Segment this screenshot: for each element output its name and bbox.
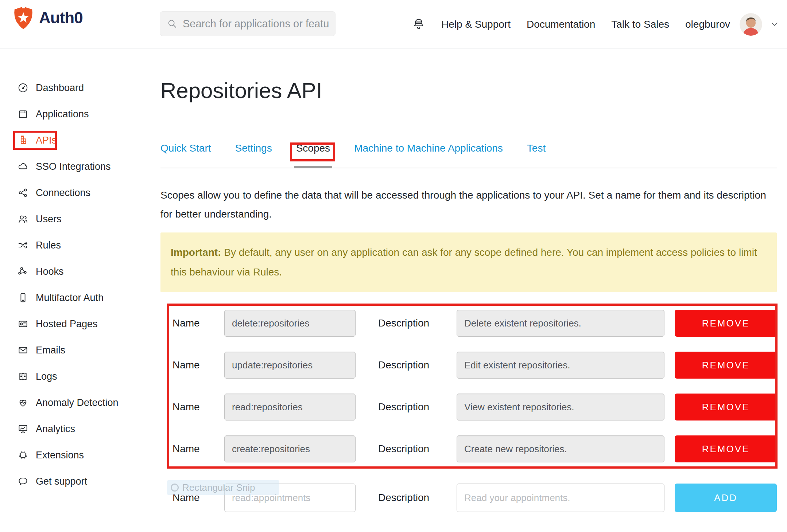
tab-bar: Quick Start Settings Scopes Machine to M… bbox=[160, 142, 777, 168]
new-scope-row: Name Description ADD bbox=[160, 484, 777, 512]
sidebar-item-logs[interactable]: Logs bbox=[0, 363, 160, 390]
notification-bell-icon[interactable] bbox=[412, 17, 425, 32]
sidebar-item-label: Anomaly Detection bbox=[36, 397, 119, 408]
speech-bubble-icon bbox=[18, 476, 28, 487]
sidebar-item-extensions[interactable]: Extensions bbox=[0, 442, 160, 468]
chip-icon bbox=[18, 450, 28, 461]
remove-scope-button[interactable]: REMOVE bbox=[675, 394, 777, 420]
scope-name-input bbox=[224, 435, 356, 462]
users-icon bbox=[18, 214, 28, 224]
important-banner: Important: By default, any user on any a… bbox=[160, 232, 777, 292]
page-title: Repositories API bbox=[160, 78, 777, 104]
name-label: Name bbox=[172, 401, 224, 413]
name-label: Name bbox=[172, 492, 224, 504]
cloud-icon bbox=[18, 161, 28, 172]
scope-row: Name Description REMOVE bbox=[160, 435, 777, 462]
sidebar-item-apis[interactable]: APIs bbox=[0, 127, 160, 153]
envelope-icon bbox=[18, 345, 28, 356]
header-right-cluster: Help & Support Documentation Talk to Sal… bbox=[412, 0, 779, 48]
heart-pulse-icon bbox=[18, 397, 28, 408]
sidebar-item-emails[interactable]: Emails bbox=[0, 337, 160, 363]
name-label: Name bbox=[172, 317, 224, 329]
sidebar-item-label: Hooks bbox=[36, 266, 64, 277]
remove-scope-button[interactable]: REMOVE bbox=[675, 310, 777, 337]
new-scope-name-input[interactable] bbox=[224, 484, 356, 512]
top-header: Auth0 Help & Support Documentation Talk … bbox=[0, 0, 787, 48]
nav-documentation[interactable]: Documentation bbox=[527, 19, 595, 30]
share-nodes-icon bbox=[18, 187, 28, 198]
remove-scope-button[interactable]: REMOVE bbox=[675, 352, 777, 379]
scope-description-input bbox=[457, 310, 664, 337]
description-label: Description bbox=[378, 359, 435, 371]
sidebar-item-hooks[interactable]: Hooks bbox=[0, 258, 160, 285]
sidebar-nav: Dashboard Applications APIs SSO Integrat… bbox=[0, 48, 160, 494]
scope-description-input bbox=[457, 352, 664, 379]
nav-talk-to-sales[interactable]: Talk to Sales bbox=[611, 19, 669, 30]
hooks-icon bbox=[18, 266, 28, 277]
book-icon bbox=[18, 371, 28, 382]
scope-name-input bbox=[224, 310, 356, 337]
sidebar-item-label: SSO Integrations bbox=[36, 161, 111, 172]
sidebar-item-label: APIs bbox=[36, 135, 57, 146]
sidebar-item-label: Hosted Pages bbox=[36, 318, 98, 330]
avatar[interactable] bbox=[740, 13, 762, 36]
tab-settings[interactable]: Settings bbox=[235, 142, 272, 155]
sidebar-item-analytics[interactable]: Analytics bbox=[0, 416, 160, 442]
sidebar-item-dashboard[interactable]: Dashboard bbox=[0, 75, 160, 101]
scope-name-input bbox=[224, 394, 356, 420]
analytics-icon bbox=[18, 423, 28, 434]
apis-icon bbox=[18, 135, 28, 146]
auth0-logo[interactable]: Auth0 bbox=[13, 6, 83, 30]
sidebar-item-label: Emails bbox=[36, 345, 65, 356]
tab-machine-to-machine[interactable]: Machine to Machine Applications bbox=[354, 142, 503, 155]
sidebar-item-hosted-pages[interactable]: Hosted Pages bbox=[0, 311, 160, 337]
dashboard-icon bbox=[18, 82, 28, 93]
sidebar-item-sso-integrations[interactable]: SSO Integrations bbox=[0, 153, 160, 180]
description-label: Description bbox=[378, 401, 435, 413]
remove-scope-button[interactable]: REMOVE bbox=[675, 435, 777, 462]
sidebar-item-label: Dashboard bbox=[36, 82, 84, 94]
sidebar-item-connections[interactable]: Connections bbox=[0, 180, 160, 206]
scope-row: Name Description REMOVE bbox=[160, 352, 777, 379]
search-input[interactable] bbox=[183, 18, 329, 30]
new-scope-description-input[interactable] bbox=[457, 484, 664, 512]
scopes-list: Name Description REMOVE Name Description… bbox=[160, 310, 777, 512]
sidebar-item-get-support[interactable]: Get support bbox=[0, 468, 160, 494]
tab-scopes[interactable]: Scopes bbox=[296, 142, 330, 155]
shuffle-icon bbox=[18, 240, 28, 251]
sidebar-item-label: Logs bbox=[36, 371, 57, 382]
applications-icon bbox=[18, 109, 28, 120]
description-label: Description bbox=[378, 317, 435, 329]
sidebar-item-label: Extensions bbox=[36, 450, 84, 461]
sidebar-item-rules[interactable]: Rules bbox=[0, 232, 160, 258]
banner-text: By default, any user on any application … bbox=[171, 247, 757, 278]
smartphone-icon bbox=[18, 292, 28, 303]
chevron-down-icon[interactable] bbox=[770, 20, 779, 29]
scope-description-input bbox=[457, 394, 664, 420]
scope-row: Name Description REMOVE bbox=[160, 394, 777, 420]
tab-test[interactable]: Test bbox=[527, 142, 546, 155]
search-icon bbox=[167, 18, 178, 29]
description-label: Description bbox=[378, 443, 435, 455]
auth0-shield-icon bbox=[13, 6, 34, 30]
hosted-pages-icon bbox=[18, 318, 28, 329]
sidebar-item-label: Users bbox=[36, 214, 62, 225]
global-search[interactable] bbox=[160, 11, 336, 36]
main-content: Repositories API Quick Start Settings Sc… bbox=[160, 48, 787, 527]
sidebar-item-users[interactable]: Users bbox=[0, 206, 160, 232]
sidebar-item-anomaly-detection[interactable]: Anomaly Detection bbox=[0, 390, 160, 416]
nav-help-support[interactable]: Help & Support bbox=[441, 19, 511, 30]
scope-row: Name Description REMOVE bbox=[160, 310, 777, 337]
scopes-description: Scopes allow you to define the data that… bbox=[160, 186, 777, 224]
scope-description-input bbox=[457, 435, 664, 462]
sidebar-item-applications[interactable]: Applications bbox=[0, 101, 160, 127]
tab-quick-start[interactable]: Quick Start bbox=[160, 142, 211, 155]
banner-prefix: Important: bbox=[171, 247, 221, 258]
logo-wordmark: Auth0 bbox=[39, 9, 83, 27]
name-label: Name bbox=[172, 359, 224, 371]
sidebar-item-multifactor-auth[interactable]: Multifactor Auth bbox=[0, 285, 160, 311]
sidebar-item-label: Rules bbox=[36, 240, 61, 251]
add-scope-button[interactable]: ADD bbox=[675, 484, 777, 512]
sidebar-item-label: Analytics bbox=[36, 423, 75, 435]
user-name[interactable]: olegburov bbox=[685, 19, 730, 30]
